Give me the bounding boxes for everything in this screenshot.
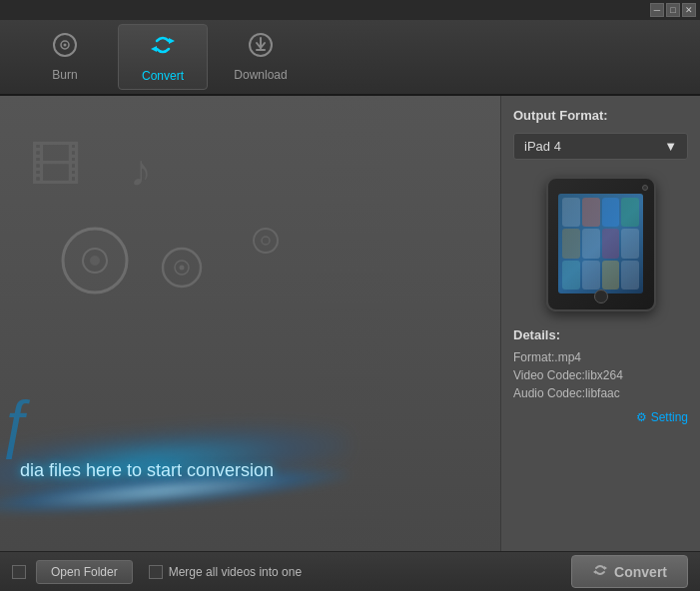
app-icon-10 [582, 261, 600, 290]
download-icon [248, 32, 274, 64]
svg-marker-4 [151, 46, 157, 52]
app-icon-12 [621, 261, 639, 290]
svg-point-14 [254, 229, 278, 253]
convert-btn-label: Convert [614, 564, 667, 580]
ipad-screen [558, 194, 643, 294]
download-label: Download [234, 68, 287, 82]
ipad-camera [642, 185, 648, 191]
svg-point-15 [262, 237, 270, 245]
main-content: 🎞 ♪ [0, 96, 700, 551]
setting-link[interactable]: ⚙ Setting [513, 410, 688, 424]
burn-icon [52, 32, 78, 64]
minimize-button[interactable]: ─ [650, 3, 664, 17]
drop-zone[interactable]: 🎞 ♪ [0, 96, 500, 551]
detail-audio-codec: Audio Codec:libfaac [513, 386, 688, 400]
app-icon-8 [621, 229, 639, 258]
app-icon-7 [602, 229, 620, 258]
device-image [541, 174, 661, 313]
format-dropdown[interactable]: iPad 4 ▼ [513, 133, 688, 160]
convert-label: Convert [142, 69, 184, 83]
nav-item-convert[interactable]: Convert [118, 24, 208, 90]
open-folder-button[interactable]: Open Folder [36, 560, 133, 584]
convert-btn-icon [592, 562, 608, 581]
drop-zone-text: dia files here to start conversion [20, 460, 274, 481]
maximize-button[interactable]: □ [666, 3, 680, 17]
svg-point-10 [90, 256, 100, 266]
burn-label: Burn [52, 68, 77, 82]
nav-item-download[interactable]: Download [216, 24, 306, 90]
ipad-home-button [594, 290, 608, 303]
merge-checkbox[interactable] [149, 565, 163, 579]
nav-item-burn[interactable]: Burn [20, 24, 110, 90]
ipad-body [546, 177, 656, 311]
merge-label: Merge all videos into one [169, 565, 302, 579]
svg-point-13 [180, 266, 185, 271]
music-icon: ♪ [130, 146, 152, 196]
right-panel: Output Format: iPad 4 ▼ [500, 96, 700, 551]
bottom-checkbox[interactable] [12, 565, 26, 579]
app-icon-1 [562, 198, 580, 227]
checkbox-area [12, 565, 26, 579]
app-icon-5 [562, 229, 580, 258]
svg-marker-3 [169, 38, 175, 44]
detail-video-codec: Video Codec:libx264 [513, 368, 688, 382]
svg-marker-16 [604, 566, 607, 570]
details-label: Details: [513, 327, 688, 342]
app-icon-9 [562, 261, 580, 290]
app-icon-2 [582, 198, 600, 227]
merge-checkbox-area: Merge all videos into one [149, 565, 302, 579]
app-icon-11 [602, 261, 620, 290]
app-icon-6 [582, 229, 600, 258]
format-selected: iPad 4 [524, 139, 561, 154]
gear-icon: ⚙ [636, 410, 647, 424]
bottom-bar: Open Folder Merge all videos into one Co… [0, 551, 700, 591]
app-icon-4 [621, 198, 639, 227]
close-button[interactable]: ✕ [682, 3, 696, 17]
dropdown-arrow-icon: ▼ [664, 139, 677, 154]
title-bar: ─ □ ✕ [0, 0, 700, 20]
app-icon-3 [602, 198, 620, 227]
nav-bar: Burn Convert Download [0, 20, 700, 96]
detail-format: Format:.mp4 [513, 350, 688, 364]
convert-button[interactable]: Convert [571, 555, 688, 588]
output-format-label: Output Format: [513, 108, 688, 123]
film2-icon [160, 246, 204, 299]
convert-icon [149, 31, 177, 65]
svg-point-2 [64, 44, 67, 47]
ipad-screen-content [558, 194, 643, 294]
svg-marker-17 [593, 570, 596, 574]
disc-icon [60, 226, 130, 311]
circle-icon [251, 226, 281, 263]
setting-label: Setting [651, 410, 688, 424]
film-icon: 🎞 [30, 136, 82, 196]
